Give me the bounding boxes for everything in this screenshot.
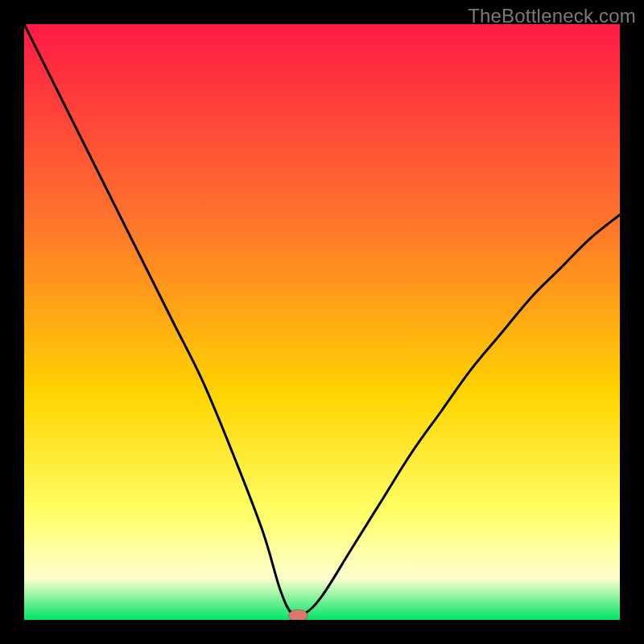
gradient-background: [24, 24, 620, 620]
plot-area: [24, 24, 620, 620]
chart-svg: [24, 24, 620, 620]
chart-frame: TheBottleneck.com: [0, 0, 644, 644]
optimum-marker: [289, 609, 308, 620]
